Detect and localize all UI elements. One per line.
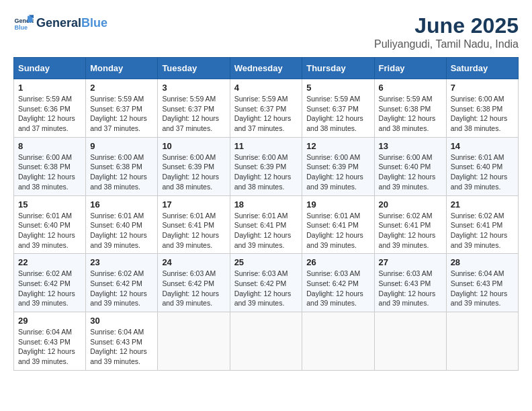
day-info: Sunrise: 6:00 AM Sunset: 6:39 PM Dayligh… <box>234 152 298 192</box>
calendar-cell: 6Sunrise: 5:59 AM Sunset: 6:38 PM Daylig… <box>374 79 446 138</box>
calendar-cell: 12Sunrise: 6:00 AM Sunset: 6:39 PM Dayli… <box>302 137 374 195</box>
day-number: 2 <box>90 83 153 93</box>
day-number: 15 <box>18 199 81 210</box>
calendar-cell: 19Sunrise: 6:01 AM Sunset: 6:41 PM Dayli… <box>302 195 374 254</box>
day-number: 10 <box>162 141 225 151</box>
calendar-body: 1Sunrise: 5:59 AM Sunset: 6:36 PM Daylig… <box>14 79 519 371</box>
day-number: 16 <box>90 199 153 210</box>
day-number: 11 <box>234 141 298 151</box>
calendar-cell: 20Sunrise: 6:02 AM Sunset: 6:41 PM Dayli… <box>374 195 446 254</box>
day-number: 14 <box>451 141 514 151</box>
weekday-friday: Friday <box>374 58 446 79</box>
logo-icon: General Blue <box>13 13 34 34</box>
day-info: Sunrise: 6:02 AM Sunset: 6:42 PM Dayligh… <box>18 269 81 308</box>
header: General Blue GeneralBlue June 2025 Puliy… <box>13 13 519 50</box>
calendar-cell <box>446 312 518 371</box>
day-info: Sunrise: 6:00 AM Sunset: 6:40 PM Dayligh… <box>379 152 442 192</box>
day-info: Sunrise: 6:00 AM Sunset: 6:38 PM Dayligh… <box>451 94 514 134</box>
calendar-table: SundayMondayTuesdayWednesdayThursdayFrid… <box>13 57 519 371</box>
day-info: Sunrise: 6:00 AM Sunset: 6:39 PM Dayligh… <box>162 152 225 192</box>
day-number: 23 <box>90 257 153 267</box>
calendar-cell: 15Sunrise: 6:01 AM Sunset: 6:40 PM Dayli… <box>14 195 86 254</box>
calendar-title: June 2025 <box>374 13 519 38</box>
day-number: 6 <box>379 83 442 93</box>
calendar-cell <box>158 312 230 371</box>
day-number: 25 <box>234 257 298 267</box>
day-number: 24 <box>162 257 225 267</box>
day-info: Sunrise: 6:01 AM Sunset: 6:40 PM Dayligh… <box>90 211 153 250</box>
calendar-cell: 18Sunrise: 6:01 AM Sunset: 6:41 PM Dayli… <box>230 195 302 254</box>
calendar-cell: 29Sunrise: 6:04 AM Sunset: 6:43 PM Dayli… <box>14 312 86 371</box>
calendar-cell: 28Sunrise: 6:04 AM Sunset: 6:43 PM Dayli… <box>446 254 518 312</box>
day-number: 3 <box>162 83 225 93</box>
day-info: Sunrise: 6:01 AM Sunset: 6:41 PM Dayligh… <box>306 211 369 250</box>
weekday-tuesday: Tuesday <box>158 58 230 79</box>
calendar-cell: 1Sunrise: 5:59 AM Sunset: 6:36 PM Daylig… <box>14 79 86 138</box>
week-row-1: 1Sunrise: 5:59 AM Sunset: 6:36 PM Daylig… <box>14 79 519 138</box>
day-info: Sunrise: 6:00 AM Sunset: 6:39 PM Dayligh… <box>306 152 369 192</box>
calendar-cell: 8Sunrise: 6:00 AM Sunset: 6:38 PM Daylig… <box>14 137 86 195</box>
day-info: Sunrise: 6:00 AM Sunset: 6:38 PM Dayligh… <box>18 152 81 192</box>
day-info: Sunrise: 6:02 AM Sunset: 6:42 PM Dayligh… <box>90 269 153 308</box>
calendar-cell: 30Sunrise: 6:04 AM Sunset: 6:43 PM Dayli… <box>86 312 158 371</box>
calendar-cell <box>374 312 446 371</box>
week-row-2: 8Sunrise: 6:00 AM Sunset: 6:38 PM Daylig… <box>14 137 519 195</box>
day-info: Sunrise: 6:00 AM Sunset: 6:38 PM Dayligh… <box>90 152 153 192</box>
day-info: Sunrise: 6:03 AM Sunset: 6:42 PM Dayligh… <box>306 269 369 308</box>
day-info: Sunrise: 6:03 AM Sunset: 6:42 PM Dayligh… <box>162 269 225 308</box>
calendar-cell <box>230 312 302 371</box>
logo: General Blue GeneralBlue <box>13 13 107 34</box>
day-info: Sunrise: 5:59 AM Sunset: 6:38 PM Dayligh… <box>379 94 442 134</box>
svg-text:Blue: Blue <box>15 24 28 31</box>
week-row-4: 22Sunrise: 6:02 AM Sunset: 6:42 PM Dayli… <box>14 254 519 312</box>
day-number: 7 <box>451 83 514 93</box>
day-number: 21 <box>451 199 514 210</box>
day-number: 8 <box>18 141 81 151</box>
day-info: Sunrise: 6:04 AM Sunset: 6:43 PM Dayligh… <box>451 269 514 308</box>
logo-text: GeneralBlue <box>36 17 107 30</box>
day-number: 22 <box>18 257 81 267</box>
day-number: 29 <box>18 316 81 326</box>
calendar-cell: 26Sunrise: 6:03 AM Sunset: 6:42 PM Dayli… <box>302 254 374 312</box>
calendar-cell: 23Sunrise: 6:02 AM Sunset: 6:42 PM Dayli… <box>86 254 158 312</box>
day-number: 26 <box>306 257 369 267</box>
calendar-cell: 10Sunrise: 6:00 AM Sunset: 6:39 PM Dayli… <box>158 137 230 195</box>
day-info: Sunrise: 6:02 AM Sunset: 6:41 PM Dayligh… <box>451 211 514 250</box>
calendar-cell <box>302 312 374 371</box>
weekday-monday: Monday <box>86 58 158 79</box>
weekday-sunday: Sunday <box>14 58 86 79</box>
day-info: Sunrise: 6:02 AM Sunset: 6:41 PM Dayligh… <box>379 211 442 250</box>
day-info: Sunrise: 5:59 AM Sunset: 6:37 PM Dayligh… <box>90 94 153 134</box>
title-area: June 2025 Puliyangudi, Tamil Nadu, India <box>374 13 519 50</box>
day-info: Sunrise: 6:03 AM Sunset: 6:42 PM Dayligh… <box>234 269 298 308</box>
day-number: 9 <box>90 141 153 151</box>
day-number: 1 <box>18 83 81 93</box>
day-number: 17 <box>162 199 225 210</box>
calendar-cell: 14Sunrise: 6:01 AM Sunset: 6:40 PM Dayli… <box>446 137 518 195</box>
day-info: Sunrise: 6:04 AM Sunset: 6:43 PM Dayligh… <box>90 327 153 367</box>
calendar-cell: 13Sunrise: 6:00 AM Sunset: 6:40 PM Dayli… <box>374 137 446 195</box>
day-number: 30 <box>90 316 153 326</box>
day-info: Sunrise: 6:01 AM Sunset: 6:41 PM Dayligh… <box>234 211 298 250</box>
calendar-cell: 5Sunrise: 5:59 AM Sunset: 6:37 PM Daylig… <box>302 79 374 138</box>
calendar-cell: 27Sunrise: 6:03 AM Sunset: 6:43 PM Dayli… <box>374 254 446 312</box>
day-number: 13 <box>379 141 442 151</box>
week-row-5: 29Sunrise: 6:04 AM Sunset: 6:43 PM Dayli… <box>14 312 519 371</box>
day-info: Sunrise: 6:01 AM Sunset: 6:41 PM Dayligh… <box>162 211 225 250</box>
weekday-saturday: Saturday <box>446 58 518 79</box>
day-number: 4 <box>234 83 298 93</box>
day-number: 20 <box>379 199 442 210</box>
calendar-cell: 4Sunrise: 5:59 AM Sunset: 6:37 PM Daylig… <box>230 79 302 138</box>
day-number: 28 <box>451 257 514 267</box>
calendar-cell: 3Sunrise: 5:59 AM Sunset: 6:37 PM Daylig… <box>158 79 230 138</box>
calendar-cell: 16Sunrise: 6:01 AM Sunset: 6:40 PM Dayli… <box>86 195 158 254</box>
calendar-cell: 21Sunrise: 6:02 AM Sunset: 6:41 PM Dayli… <box>446 195 518 254</box>
calendar-subtitle: Puliyangudi, Tamil Nadu, India <box>374 38 519 50</box>
weekday-thursday: Thursday <box>302 58 374 79</box>
weekday-header-row: SundayMondayTuesdayWednesdayThursdayFrid… <box>14 58 519 79</box>
calendar-cell: 24Sunrise: 6:03 AM Sunset: 6:42 PM Dayli… <box>158 254 230 312</box>
day-number: 27 <box>379 257 442 267</box>
week-row-3: 15Sunrise: 6:01 AM Sunset: 6:40 PM Dayli… <box>14 195 519 254</box>
day-info: Sunrise: 5:59 AM Sunset: 6:36 PM Dayligh… <box>18 94 81 134</box>
day-info: Sunrise: 6:01 AM Sunset: 6:40 PM Dayligh… <box>18 211 81 250</box>
